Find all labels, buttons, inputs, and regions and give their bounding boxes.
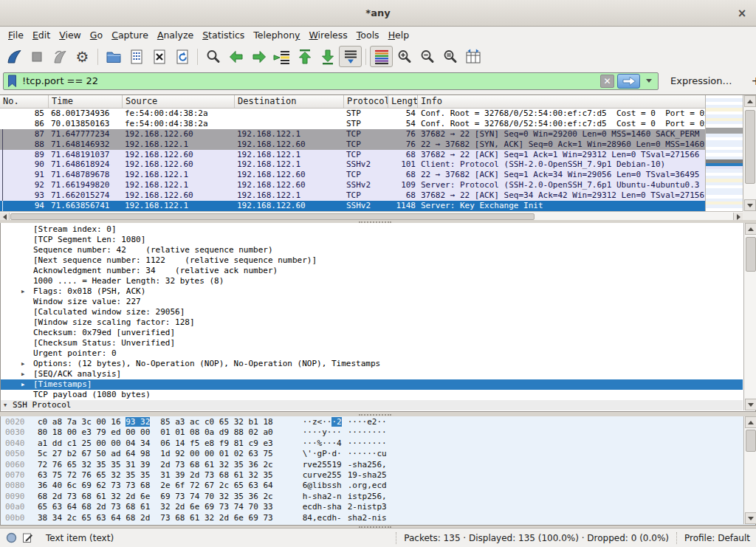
auto-scroll-button[interactable]	[339, 46, 362, 67]
column-header-destination[interactable]: Destination	[235, 95, 344, 108]
hex-row[interactable]: 00505c 27 b2 67 50 ad 64 981d 92 00 00 0…	[1, 449, 743, 459]
detail-line[interactable]: ▶Options: (12 bytes), No-Operation (NOP)…	[1, 359, 743, 369]
hex-row[interactable]: 0020c0 a8 7a 3c 00 16 93 3285 a3 ac c0 6…	[1, 417, 743, 427]
menu-analyze[interactable]: Analyze	[153, 28, 198, 42]
hex-row[interactable]: 00a065 63 64 68 2d 73 68 6132 2d 6e 69 7…	[1, 502, 743, 512]
column-header-protocol[interactable]: Protocol	[344, 95, 388, 108]
column-header-no[interactable]: No.	[0, 95, 49, 108]
filter-history-dropdown[interactable]	[646, 79, 652, 83]
packet-list-minimap[interactable]	[705, 95, 743, 211]
menu-go[interactable]: Go	[86, 28, 107, 42]
column-header-time[interactable]: Time	[49, 95, 123, 108]
packet-row[interactable]: 8771.647777234192.168.122.60192.168.122.…	[0, 129, 705, 140]
packet-row[interactable]: 9071.648618924192.168.122.60192.168.122.…	[0, 159, 705, 170]
detail-line[interactable]: TCP payload (1080 bytes)	[1, 390, 743, 400]
go-back-button[interactable]	[224, 46, 247, 67]
clear-filter-button[interactable]: ✕	[600, 75, 614, 88]
close-window-button[interactable]: ×	[735, 7, 749, 20]
go-last-button[interactable]	[316, 46, 339, 67]
detail-line[interactable]: [Stream index: 0]	[1, 224, 743, 235]
apply-filter-button[interactable]	[617, 74, 640, 89]
detail-line[interactable]: ▼SSH Protocol	[1, 400, 743, 410]
menu-statistics[interactable]: Statistics	[198, 28, 249, 42]
display-filter-input[interactable]: !tcp.port == 22 ✕	[3, 72, 659, 90]
restart-capture-button[interactable]	[48, 46, 71, 67]
expander-closed-icon[interactable]: ▶	[14, 410, 17, 411]
hex-row[interactable]: 003080 18 00 e3 79 ed 00 0001 01 08 0a d…	[1, 427, 743, 438]
packet-row[interactable]: 9271.661949820192.168.122.1192.168.122.6…	[0, 180, 705, 190]
expander-closed-icon[interactable]: ▶	[21, 359, 24, 369]
expander-closed-icon[interactable]: ▶	[21, 369, 24, 379]
open-file-button[interactable]	[102, 46, 125, 67]
expander-closed-icon[interactable]: ▶	[21, 379, 24, 390]
menu-edit[interactable]: Edit	[28, 28, 55, 42]
pane-splitter[interactable]	[0, 526, 756, 528]
column-header-length[interactable]: Length	[388, 95, 418, 108]
detail-line[interactable]: ▶[SEQ/ACK analysis]	[1, 369, 743, 379]
filter-bookmark-icon[interactable]	[7, 75, 18, 88]
detail-line[interactable]: [Next sequence number: 1122 (relative se…	[1, 255, 743, 266]
hex-dump[interactable]: 0020c0 a8 7a 3c 00 16 93 3285 a3 ac c0 6…	[1, 417, 743, 524]
stop-capture-button[interactable]	[25, 46, 48, 67]
scroll-up-button[interactable]	[745, 416, 756, 428]
details-vertical-scrollbar[interactable]	[743, 223, 756, 410]
detail-line[interactable]: Window size value: 227	[1, 297, 743, 307]
packet-row[interactable]: 8871.648146932192.168.122.1192.168.122.6…	[0, 140, 705, 150]
column-header-info[interactable]: Info	[418, 95, 705, 108]
expander-closed-icon[interactable]: ▶	[21, 286, 24, 297]
packet-list-header[interactable]: No.TimeSourceDestinationProtocolLengthIn…	[0, 95, 705, 109]
menu-telephony[interactable]: Telephony	[249, 28, 304, 42]
resize-columns-button[interactable]	[461, 46, 484, 67]
zoom-in-button[interactable]	[393, 46, 416, 67]
scrollbar-thumb[interactable]	[746, 430, 756, 452]
detail-line[interactable]: Urgent pointer: 0	[1, 348, 743, 359]
bytes-vertical-scrollbar[interactable]	[743, 416, 756, 524]
colorize-packets-button[interactable]	[370, 46, 393, 67]
packet-row[interactable]: 9371.662015274192.168.122.60192.168.122.…	[0, 190, 705, 201]
packet-row[interactable]: 8568.001734936fe:54:00:d4:38:2aSTP54Conf…	[0, 109, 705, 119]
detail-line[interactable]: ▶[Timestamps]	[1, 379, 743, 390]
start-capture-button[interactable]	[2, 46, 25, 67]
scroll-up-button[interactable]	[745, 223, 756, 235]
expression-button[interactable]: Expression…	[670, 75, 732, 86]
reload-file-button[interactable]	[171, 46, 193, 67]
add-filter-button[interactable]: +	[752, 74, 756, 88]
scroll-down-button[interactable]	[745, 512, 756, 524]
zoom-original-button[interactable]	[439, 46, 461, 67]
capture-comment-icon[interactable]	[22, 532, 33, 543]
detail-line[interactable]: ▶SSH Version 2 (encryption:chacha20-poly…	[1, 410, 743, 411]
packet-row[interactable]: 9171.648789678192.168.122.1192.168.122.6…	[0, 170, 705, 180]
detail-line[interactable]: Checksum: 0x79ed [unverified]	[1, 328, 743, 338]
scroll-up-button[interactable]	[744, 95, 756, 107]
hex-row[interactable]: 008036 40 6c 69 62 73 73 682e 6f 72 67 2…	[1, 481, 743, 491]
hex-row[interactable]: 00b038 34 2c 65 63 64 68 2d73 68 61 32 2…	[1, 513, 743, 523]
detail-line[interactable]: Sequence number: 42 (relative sequence n…	[1, 245, 743, 255]
go-first-button[interactable]	[293, 46, 316, 67]
close-file-button[interactable]	[148, 46, 171, 67]
scroll-down-button[interactable]	[744, 199, 756, 211]
hex-row[interactable]: 007063 75 72 76 65 32 35 3531 39 2d 73 6…	[1, 470, 743, 481]
hex-row[interactable]: 009068 2d 73 68 61 32 2d 6e69 73 74 70 3…	[1, 492, 743, 502]
detail-line[interactable]: Acknowledgment number: 34 (relative ack …	[1, 266, 743, 276]
detail-line[interactable]: 1000 .... = Header Length: 32 bytes (8)	[1, 276, 743, 286]
go-to-packet-button[interactable]	[270, 46, 293, 67]
scroll-down-button[interactable]	[745, 399, 756, 410]
capture-options-button[interactable]: ⚙	[71, 46, 94, 67]
menu-capture[interactable]: Capture	[107, 28, 153, 42]
menu-help[interactable]: Help	[384, 28, 414, 42]
zoom-out-button[interactable]	[416, 46, 439, 67]
packet-list-vertical-scrollbar[interactable]	[743, 95, 756, 211]
find-packet-button[interactable]	[202, 46, 224, 67]
hex-row[interactable]: 0040a1 dd c1 25 00 00 04 3406 14 f5 e8 f…	[1, 438, 743, 449]
packet-row[interactable]: 8971.648191037192.168.122.60192.168.122.…	[0, 150, 705, 160]
scrollbar-thumb[interactable]	[10, 213, 535, 220]
hex-row[interactable]: 006072 76 65 32 35 35 31 392d 73 68 61 3…	[1, 460, 743, 470]
packet-row[interactable]: 9471.663856741192.168.122.1192.168.122.6…	[0, 201, 705, 211]
expert-info-icon[interactable]	[6, 532, 17, 543]
packet-row[interactable]: 8670.013850163fe:54:00:d4:38:2aSTP54Conf…	[0, 119, 705, 129]
menu-wireless[interactable]: Wireless	[305, 28, 352, 42]
column-header-source[interactable]: Source	[123, 95, 235, 108]
menu-tools[interactable]: Tools	[352, 28, 384, 42]
filter-expression-text[interactable]: !tcp.port == 22	[22, 75, 600, 86]
detail-line[interactable]: [Checksum Status: Unverified]	[1, 338, 743, 348]
